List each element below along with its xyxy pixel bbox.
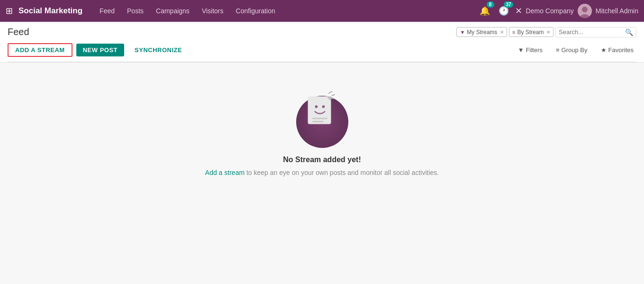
grid-icon[interactable]: ⊞ — [6, 6, 13, 16]
filter-tag-my-streams[interactable]: ▼ My Streams × — [456, 27, 507, 37]
add-stream-button[interactable]: ADD A STREAM — [8, 43, 73, 57]
group-by-label: Group By — [562, 46, 588, 54]
filter-tags: ▼ My Streams × ≡ By Stream × 🔍 — [456, 27, 636, 37]
filter-tag-by-stream-label: By Stream — [517, 29, 544, 36]
actions-right: ▼ Filters ≡ Group By ★ Favorites — [515, 45, 636, 55]
svg-line-3 — [328, 92, 332, 93]
empty-icon-wrapper — [294, 91, 351, 148]
top-navbar: ⊞ Social Marketing Feed Posts Campaigns … — [0, 0, 644, 22]
svg-line-4 — [332, 95, 335, 96]
navbar-right: 🔔 8 🕐 37 ✕ Demo Company Mitchell Admin — [477, 3, 638, 18]
sub-header-top: Feed ▼ My Streams × ≡ By Stream × 🔍 — [8, 22, 636, 40]
divider — [8, 62, 636, 62]
page-title: Feed — [8, 27, 451, 37]
filter-funnel-icon: ▼ — [518, 46, 524, 54]
empty-state: No Stream added yet! Add a stream to kee… — [0, 63, 644, 205]
add-stream-link[interactable]: Add a stream — [205, 169, 245, 176]
group-icon: ≡ — [512, 29, 515, 35]
svg-rect-6 — [308, 96, 331, 124]
nav-campaigns[interactable]: Campaigns — [150, 4, 195, 18]
svg-rect-10 — [312, 121, 324, 122]
close-icon[interactable]: ✕ — [515, 6, 522, 16]
nav-menu: Feed Posts Campaigns Visitors Configurat… — [94, 4, 475, 18]
filter-tag-by-stream-close[interactable]: × — [546, 28, 550, 36]
empty-doc-icon — [303, 91, 336, 129]
company-name[interactable]: Demo Company — [526, 7, 574, 15]
nav-configuration[interactable]: Configuration — [230, 4, 281, 18]
filter-tag-by-stream[interactable]: ≡ By Stream × — [509, 27, 553, 37]
filters-label: Filters — [526, 46, 543, 54]
clock-badge: 37 — [504, 1, 513, 8]
clock-button[interactable]: 🕐 37 — [496, 3, 511, 18]
favorites-label: Favorites — [608, 46, 634, 54]
new-post-button[interactable]: NEW POST — [76, 44, 124, 56]
svg-point-8 — [322, 105, 325, 108]
svg-point-7 — [315, 105, 317, 108]
synchronize-button[interactable]: SYNCHRONIZE — [128, 44, 189, 56]
user-name[interactable]: Mitchell Admin — [596, 7, 638, 15]
content-area: Feed ▼ My Streams × ≡ By Stream × 🔍 — [0, 22, 644, 284]
nav-visitors[interactable]: Visitors — [196, 4, 229, 18]
search-box: 🔍 — [555, 27, 636, 37]
filters-dropdown[interactable]: ▼ Filters — [515, 45, 545, 55]
search-input[interactable] — [559, 28, 625, 36]
notifications-button[interactable]: 🔔 8 — [477, 3, 492, 18]
app-brand: Social Marketing — [18, 6, 82, 16]
favorites-dropdown[interactable]: ★ Favorites — [598, 45, 636, 55]
sub-header: Feed ▼ My Streams × ≡ By Stream × 🔍 — [0, 22, 644, 63]
group-by-dropdown[interactable]: ≡ Group By — [553, 45, 590, 55]
sub-header-actions: ADD A STREAM NEW POST SYNCHRONIZE ▼ Filt… — [8, 40, 636, 62]
empty-state-title: No Stream added yet! — [283, 156, 361, 164]
star-icon: ★ — [601, 46, 607, 54]
search-icon[interactable]: 🔍 — [625, 28, 633, 36]
svg-point-1 — [582, 7, 588, 12]
svg-rect-9 — [312, 118, 327, 119]
nav-feed[interactable]: Feed — [94, 4, 120, 18]
filter-tag-my-streams-close[interactable]: × — [500, 28, 504, 36]
filter-icon: ▼ — [460, 29, 465, 35]
empty-state-subtitle: Add a stream to keep an eye on your own … — [205, 169, 439, 176]
avatar[interactable] — [578, 4, 592, 18]
notifications-badge: 8 — [487, 1, 494, 8]
nav-posts[interactable]: Posts — [121, 4, 149, 18]
filter-tag-my-streams-label: My Streams — [467, 29, 497, 36]
empty-state-suffix: to keep an eye on your own posts and mon… — [245, 169, 439, 176]
group-by-icon: ≡ — [556, 46, 560, 54]
